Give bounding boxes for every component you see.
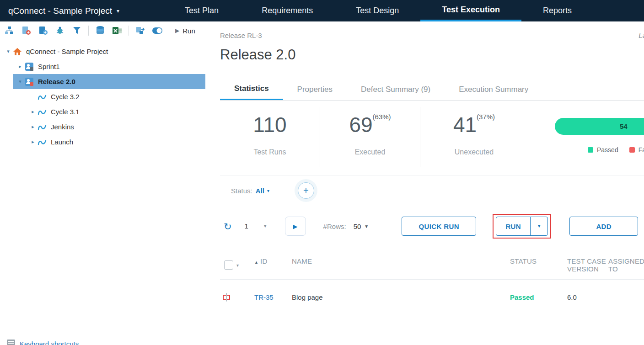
nav-tab-test-execution[interactable]: Test Execution [420, 0, 521, 21]
caret-right-icon[interactable]: ▸ [16, 64, 25, 69]
stat-percent: (63%) [373, 113, 391, 121]
row-checkbox-cell [224, 295, 254, 300]
nav-tab-requirements[interactable]: Requirements [240, 0, 334, 21]
stat-executed: 69(63%) Executed [320, 107, 420, 167]
run-tool-button[interactable]: ▶ Run [175, 27, 195, 35]
tree-item-sprint1[interactable]: ▸ Sprint1 [0, 59, 205, 74]
tree-item-label: Sprint1 [38, 63, 60, 70]
nav-tab-reports[interactable]: Reports [521, 0, 593, 21]
page-number-value: 1 [245, 222, 248, 230]
toggle-icon[interactable] [152, 25, 163, 36]
tree-item-jenkins[interactable]: ▸ Jenkins [0, 119, 205, 134]
status-filter-row: Status: All ▾ + [220, 175, 644, 206]
toolbar-separator [129, 26, 129, 36]
filter-icon[interactable] [71, 25, 82, 36]
tab-defect-summary[interactable]: Defect Summary (9) [347, 79, 445, 100]
stat-value: 110 [253, 113, 286, 137]
tree-item-launch[interactable]: ▸ Launch [0, 134, 205, 149]
sidebar-toolbar: ▶ Run [0, 21, 212, 40]
toolbar-separator [169, 26, 169, 36]
stat-test-runs: 110 Test Runs [220, 107, 320, 167]
tree-item-label: qConnect - Sample Project [26, 48, 108, 55]
select-all-checkbox[interactable] [224, 260, 233, 270]
column-header-status[interactable]: STATUS [510, 257, 567, 273]
page-number-select[interactable]: 1 ▼ [243, 221, 269, 231]
column-header-test-case-version[interactable]: TEST CASE VERSION [567, 257, 608, 273]
refresh-icon[interactable]: ↻ [224, 222, 232, 231]
rows-per-page-label: #Rows: [323, 223, 346, 230]
stat-label: Test Runs [220, 148, 320, 156]
legend-label: Fa [639, 146, 644, 154]
sidebar-footer: Keyboard shortcuts [6, 339, 79, 345]
project-switcher[interactable]: qConnect - Sample Project ▾ [0, 0, 128, 21]
tab-properties[interactable]: Properties [283, 79, 347, 100]
run-split-button[interactable]: RUN ▼ [496, 217, 548, 236]
export-share-icon[interactable] [135, 25, 146, 36]
add-page-icon[interactable] [38, 25, 48, 36]
keyboard-icon [6, 339, 16, 345]
cycle-icon [38, 123, 47, 131]
tree-item-release-2-0[interactable]: ▾ Release 2.0 [13, 74, 205, 89]
run-button-annotation-box: RUN ▼ [493, 214, 551, 239]
keyboard-shortcuts-link[interactable]: Keyboard shortcuts [20, 340, 79, 345]
breadcrumb: Release RL-3 [220, 32, 644, 39]
caret-right-icon[interactable]: ▸ [28, 139, 38, 145]
nav-tab-test-plan[interactable]: Test Plan [163, 0, 240, 21]
selection-dropdown-icon[interactable]: ▾ [236, 263, 239, 268]
stat-value: 41 [453, 113, 477, 137]
column-header-assigned-to[interactable]: ASSIGNED TO [608, 257, 644, 273]
sprint-icon [25, 62, 34, 71]
status-badge: Passed [510, 293, 567, 301]
stat-label: Executed [320, 148, 420, 156]
quick-run-button[interactable]: QUICK RUN [402, 217, 476, 236]
column-header-name[interactable]: NAME [292, 257, 510, 273]
caret-right-icon[interactable]: ▸ [28, 109, 38, 115]
run-button[interactable]: RUN [496, 217, 530, 235]
status-filter-label: Status: [231, 187, 252, 195]
tree-item-cycle-3-1[interactable]: ▸ Cycle 3.1 [0, 104, 205, 119]
tab-statistics[interactable]: Statistics [220, 79, 283, 100]
run-tool-label: Run [182, 27, 195, 35]
table-row[interactable]: TR-35 Blog page Passed 6.0 [220, 279, 644, 315]
test-run-id-link[interactable]: TR-35 [254, 293, 292, 301]
row-checkbox[interactable] [226, 293, 227, 302]
bug-icon[interactable] [54, 25, 65, 36]
cycle-icon [38, 93, 47, 101]
status-filter-value[interactable]: All [256, 187, 264, 195]
stat-value: 69 [349, 113, 372, 137]
table-header-row: ▾ ▲ID NAME STATUS TEST CASE VERSION ASSI… [220, 247, 644, 279]
tab-execution-summary[interactable]: Execution Summary [445, 79, 542, 100]
tree-item-project-root[interactable]: ▾ qConnect - Sample Project [0, 44, 205, 59]
test-case-version: 6.0 [567, 293, 608, 301]
tree-item-label: Release 2.0 [38, 78, 75, 85]
caret-right-icon[interactable]: ▸ [28, 124, 38, 130]
tree-item-label: Jenkins [51, 123, 74, 131]
add-filter-button[interactable]: + [298, 182, 314, 199]
rows-per-page-select[interactable]: 50 ▼ [354, 223, 369, 230]
sidebar: ▶ Run ▾ qConnect - Sample Project ▸ Spri… [0, 21, 212, 345]
tree-item-label: Cycle 3.1 [51, 108, 80, 116]
cycle-icon [38, 108, 47, 116]
main-nav-tabs: Test Plan Requirements Test Design Test … [163, 0, 593, 21]
legend-label: Passed [597, 146, 618, 154]
caret-down-icon[interactable]: ▾ [16, 79, 25, 85]
checkbox-annotation-box [223, 295, 230, 300]
test-suite-tree-icon[interactable] [4, 25, 15, 36]
project-tree: ▾ qConnect - Sample Project ▸ Sprint1 ▾ … [0, 40, 212, 149]
run-dropdown-caret[interactable]: ▼ [530, 217, 547, 235]
passed-swatch-icon [588, 147, 593, 153]
add-button[interactable]: ADD [569, 217, 638, 236]
truncated-top-right-text: La [639, 32, 644, 39]
chevron-down-icon[interactable]: ▾ [267, 188, 269, 193]
grid-toolbar: ↻ 1 ▼ ▶ #Rows: 50 ▼ QUICK RUN RUN ▼ ADD [220, 206, 644, 247]
next-page-button[interactable]: ▶ [285, 217, 306, 236]
tree-item-label: Launch [51, 138, 73, 146]
nav-tab-test-design[interactable]: Test Design [334, 0, 420, 21]
column-header-id[interactable]: ▲ID [254, 257, 292, 273]
tree-item-cycle-3-2[interactable]: Cycle 3.2 [0, 89, 205, 104]
database-icon[interactable] [95, 25, 106, 36]
play-icon: ▶ [175, 27, 179, 34]
caret-down-icon[interactable]: ▾ [4, 48, 13, 54]
excel-export-icon[interactable] [112, 25, 123, 36]
add-requirement-icon[interactable] [21, 25, 32, 36]
